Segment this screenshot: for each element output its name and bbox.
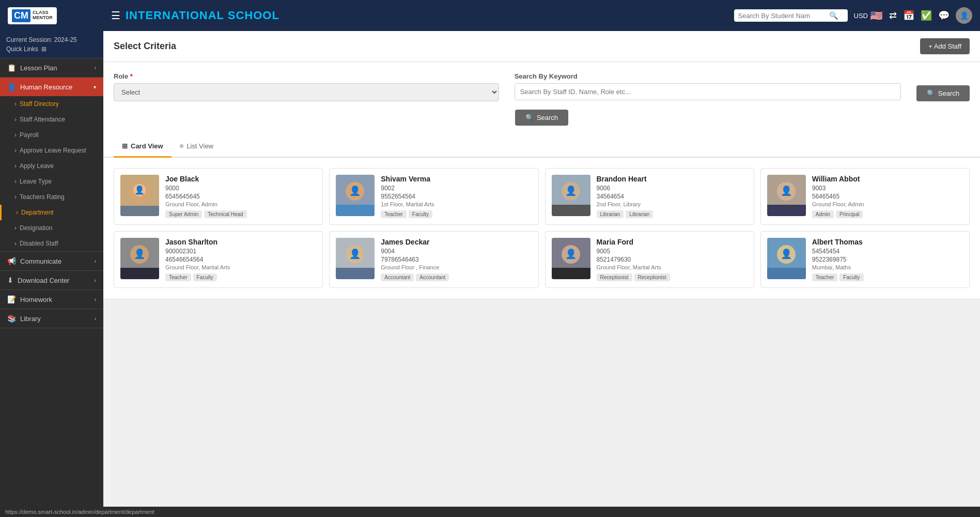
whatsapp-icon[interactable]: 💬 xyxy=(938,10,950,21)
sidebar-item-staff-directory[interactable]: › Staff Directory xyxy=(0,96,103,112)
staff-attendance-label: Staff Attendance xyxy=(20,116,65,123)
homework-label: Homework xyxy=(20,296,52,303)
staff-badge: Accountant xyxy=(381,273,414,281)
staff-name: Shivam Verma xyxy=(381,175,532,183)
staff-badge: Accountant xyxy=(416,273,449,281)
sidebar-item-leave-type[interactable]: › Leave Type xyxy=(0,174,103,189)
school-title: INTERNATIONAL SCHOOL xyxy=(126,9,734,22)
chevron-icon-4: › xyxy=(14,147,17,154)
staff-location: Ground Floor, Martial Arts xyxy=(165,264,316,270)
student-search-input[interactable] xyxy=(738,12,826,20)
svg-rect-7 xyxy=(336,205,375,216)
staff-card[interactable]: 👤 William Abbot 9003 56465465 Ground Flo… xyxy=(760,168,970,225)
staff-info: Jason Sharlton 900002301 46546654564 Gro… xyxy=(165,238,316,281)
chevron-icon-6: › xyxy=(14,178,17,185)
search-btn-right-label: Search xyxy=(938,89,959,97)
tab-card-view[interactable]: ⊞ Card View xyxy=(114,136,172,158)
sidebar-item-department[interactable]: › Department xyxy=(0,205,103,220)
sidebar-item-disabled-staff[interactable]: › Disabled Staff xyxy=(0,236,103,251)
apply-leave-label: Apply Leave xyxy=(20,162,54,170)
staff-card[interactable]: 👤 Jason Sharlton 900002301 46546654564 G… xyxy=(114,231,323,288)
staff-id: 9004 xyxy=(381,248,532,255)
list-view-label: List View xyxy=(186,142,213,150)
svg-rect-23 xyxy=(336,268,375,279)
tasks-icon[interactable]: ✅ xyxy=(921,10,932,21)
content-area: Select Criteria + Add Staff Role * Selec… xyxy=(103,31,980,507)
quick-links[interactable]: Quick Links ⊞ xyxy=(6,45,97,53)
download-icon: ⬇ xyxy=(7,276,13,284)
staff-card[interactable]: 👤 James Deckar 9004 79786546463 Ground F… xyxy=(329,231,538,288)
staff-id: 9005 xyxy=(597,248,748,255)
staff-badges: Super AdminTechnical Head xyxy=(165,210,316,218)
transfer-icon[interactable]: ⇄ xyxy=(889,10,897,21)
sidebar-library-section: 📚 Library ‹ xyxy=(0,309,103,328)
library-arrow: ‹ xyxy=(95,316,96,322)
chevron-icon-7: › xyxy=(14,193,17,201)
staff-card[interactable]: 👤 Brandon Heart 9006 34564654 2nd Floor,… xyxy=(545,168,754,225)
tab-list-view[interactable]: ≡ List View xyxy=(172,136,222,158)
sidebar-item-teachers-rating[interactable]: › Teachers Rating xyxy=(0,189,103,205)
staff-badge: Receptionist xyxy=(634,273,670,281)
svg-text:👤: 👤 xyxy=(349,248,361,260)
add-staff-button[interactable]: + Add Staff xyxy=(920,38,970,54)
staff-card[interactable]: 👤 Maria Ford 9005 8521479630 Ground Floo… xyxy=(545,231,754,288)
card-view-icon: ⊞ xyxy=(122,142,128,150)
staff-photo: 👤 xyxy=(336,238,375,279)
session-label: Current Session: 2024-25 xyxy=(6,36,97,43)
chevron-icon-5: › xyxy=(14,162,17,170)
staff-info: Shivam Verma 9002 9552654564 1st Floor, … xyxy=(381,175,532,218)
communicate-label: Communicate xyxy=(20,257,61,265)
search-button-right[interactable]: 🔍 Search xyxy=(916,85,970,101)
staff-badge: Librarian xyxy=(626,210,653,218)
logo-box[interactable]: CM CLASSMENTOR xyxy=(8,7,57,24)
sidebar-item-library[interactable]: 📚 Library ‹ xyxy=(0,309,103,328)
staff-info: Brandon Heart 9006 34564654 2nd Floor, L… xyxy=(597,175,748,218)
sidebar-communicate-section: 📢 Communicate ‹ xyxy=(0,252,103,271)
hamburger-button[interactable]: ☰ xyxy=(111,9,120,22)
sidebar-item-communicate[interactable]: 📢 Communicate ‹ xyxy=(0,252,103,270)
sidebar-item-staff-attendance[interactable]: › Staff Attendance xyxy=(0,112,103,127)
staff-badge: Faculty xyxy=(193,273,217,281)
svg-rect-11 xyxy=(552,205,590,216)
calendar-icon[interactable]: 📅 xyxy=(903,10,914,21)
library-label: Library xyxy=(20,315,41,323)
chevron-icon-2: › xyxy=(14,116,17,123)
sidebar-item-approve-leave[interactable]: › Approve Leave Request xyxy=(0,143,103,158)
role-select[interactable]: Select xyxy=(114,83,499,101)
card-view-label: Card View xyxy=(131,142,163,150)
staff-badge: Receptionist xyxy=(597,273,632,281)
sidebar-item-apply-leave[interactable]: › Apply Leave xyxy=(0,158,103,174)
search-button-center[interactable]: 🔍 Search xyxy=(515,110,568,126)
communicate-icon: 📢 xyxy=(7,257,16,265)
sidebar-item-designation[interactable]: › Designation xyxy=(0,220,103,236)
staff-badges: TeacherFaculty xyxy=(381,210,532,218)
staff-card[interactable]: 👤 Shivam Verma 9002 9552654564 1st Floor… xyxy=(329,168,538,225)
sidebar-item-homework[interactable]: 📝 Homework ‹ xyxy=(0,290,103,309)
keyword-input[interactable] xyxy=(515,83,901,100)
chevron-icon: › xyxy=(14,100,17,108)
svg-rect-19 xyxy=(120,268,159,279)
sidebar-item-human-resource[interactable]: 👤 Human Resource ▾ xyxy=(0,78,103,96)
student-search-bar[interactable]: 🔍 xyxy=(734,9,848,22)
staff-name: Jason Sharlton xyxy=(165,238,316,246)
staff-info: William Abbot 9003 56465465 Ground Floor… xyxy=(812,175,963,218)
sidebar-item-payroll[interactable]: › Payroll xyxy=(0,127,103,143)
staff-card[interactable]: 👤 Joe Black 9000 6545645645 Ground Floor… xyxy=(114,168,323,225)
top-navigation: CM CLASSMENTOR ☰ INTERNATIONAL SCHOOL 🔍 … xyxy=(0,0,980,31)
logo-cm: CM xyxy=(12,9,30,22)
status-bar: https://demo.smart-school.in/admin/depar… xyxy=(0,507,980,517)
sidebar-item-lesson-plan[interactable]: 📋 Lesson Plan ‹ xyxy=(0,58,103,77)
svg-text:👤: 👤 xyxy=(134,248,146,260)
staff-badge: Technical Head xyxy=(204,210,246,218)
staff-id: 9006 xyxy=(597,185,748,192)
sidebar-item-download-center[interactable]: ⬇ Download Center ‹ xyxy=(0,271,103,290)
role-label: Role * xyxy=(114,72,499,80)
staff-photo: 👤 xyxy=(552,175,590,216)
user-avatar[interactable]: 👤 xyxy=(956,7,972,24)
staff-card[interactable]: 👤 Albert Thomas 54545454 9522369875 Mumb… xyxy=(760,231,970,288)
currency-selector[interactable]: USD 🇺🇸 xyxy=(854,9,883,22)
quick-links-icon: ⊞ xyxy=(41,45,46,53)
staff-location: 1st Floor, Martial Arts xyxy=(381,201,532,207)
content-header: Select Criteria + Add Staff xyxy=(103,31,980,62)
svg-rect-2 xyxy=(120,206,159,216)
